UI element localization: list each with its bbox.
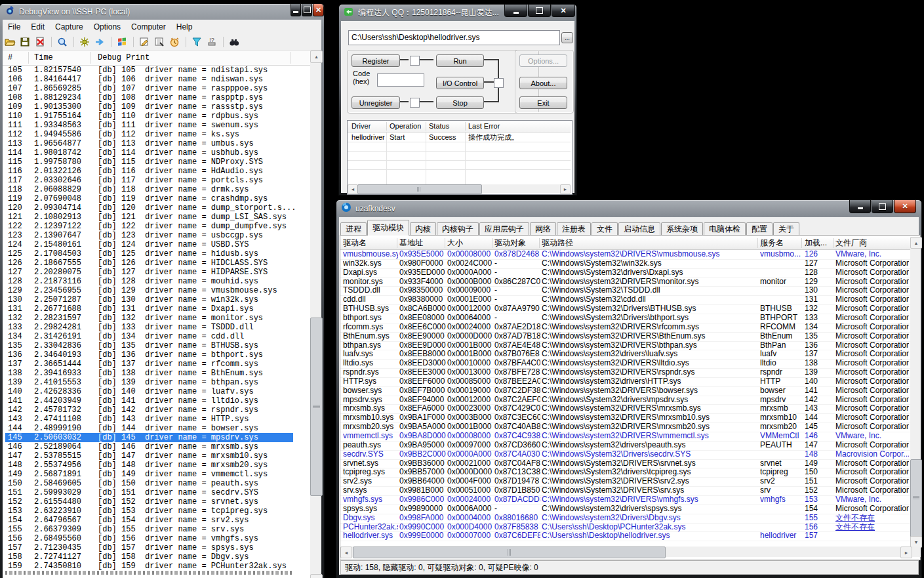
driver-row[interactable]: mrxsmb.sys0x8EFA60000x000230000x87C429C0… <box>340 404 910 413</box>
magnifier-icon[interactable] <box>57 37 68 47</box>
log-row[interactable]: 1452.50603032[db] 145 driver name = mpsd… <box>5 433 293 442</box>
driver-row[interactable]: BthEnum.sys0x8EE900000x0000D0000x87AD7B1… <box>340 332 910 341</box>
scroll-thumb[interactable] <box>910 459 922 537</box>
log-row[interactable]: 1121.94945586[db] 112 driver name = ks.s… <box>5 130 293 139</box>
tab-驱动模块[interactable]: 驱动模块 <box>367 220 409 236</box>
windows-messages-icon[interactable] <box>117 37 128 47</box>
log-row[interactable]: 1101.91755164[db] 110 driver name = rdpb… <box>5 112 293 121</box>
log-row[interactable]: 1192.07690048[db] 119 driver name = cras… <box>5 194 293 203</box>
close-button[interactable]: ✕ <box>894 200 916 213</box>
scroll-right-arrow[interactable]: ► <box>560 184 571 194</box>
driver-row[interactable]: srv2.sys0x9BB640000x0004F0000x87D19478C:… <box>340 477 910 486</box>
register-run-checkbox[interactable] <box>410 56 420 66</box>
driver-row[interactable]: srv.sys0x9981B0000x000510000x87D1B850C:\… <box>340 486 910 495</box>
debugview-log-list[interactable]: # Time Debug Print 1051.82157540[db] 105… <box>3 51 310 578</box>
scroll-up-arrow[interactable]: ▲ <box>310 51 323 63</box>
log-row[interactable]: 1382.39416933[db] 138 driver name = BthE… <box>5 369 293 378</box>
driver-row[interactable]: BTHUSB.sys0x8CA6B0000x000120000x87AA9790… <box>340 304 910 314</box>
log-row[interactable]: 1292.23456955[db] 129 driver name = vmus… <box>5 286 293 295</box>
driver-row[interactable]: hellodriver.sys0x999E00000x000070000x87C… <box>340 531 910 541</box>
log-column-headers[interactable]: # Time Debug Print <box>3 51 310 66</box>
driver-row[interactable]: mrxsmb10.sys0x9BA1F0000x0003B0000x87C3EC… <box>340 413 910 423</box>
col-operation[interactable]: Operation <box>390 121 421 132</box>
log-row[interactable]: 1432.47411108[db] 143 driver name = HTTP… <box>5 415 293 424</box>
log-row[interactable]: 1552.66379309[db] 155 driver name = srv.… <box>5 525 293 534</box>
col-4[interactable]: 驱动路径 <box>542 237 573 249</box>
minimize-button[interactable] <box>504 5 527 17</box>
tab-进程[interactable]: 进程 <box>340 222 367 236</box>
driver-row[interactable]: tcpipreg.sys0x9BB570000x0000D0000x87C13C… <box>340 468 910 477</box>
close-button[interactable]: ✕ <box>313 4 324 16</box>
log-row[interactable]: 1592.74350810[db] 159 driver name = PCHu… <box>5 562 293 571</box>
col-3[interactable]: 驱动对象 <box>494 237 526 249</box>
log-row[interactable]: 1111.93348563[db] 111 driver name = swen… <box>5 121 293 130</box>
stop-button[interactable]: Stop <box>436 96 484 109</box>
log-row[interactable]: 1262.18667555[db] 126 driver name = HIDC… <box>5 258 293 268</box>
menu-capture[interactable]: Capture <box>50 22 89 31</box>
options-button[interactable]: Options... <box>519 54 567 67</box>
clear-display-icon[interactable] <box>35 37 46 47</box>
log-row[interactable]: 1332.29824281[db] 133 driver name = TSDD… <box>5 323 293 332</box>
driver-row[interactable]: luafv.sys0x8EEB80000x0001B0000x87B076E8C… <box>340 350 910 359</box>
driver-row[interactable]: bthport.sys0x8EE080000x00064000-C:\Windo… <box>340 314 910 323</box>
log-row[interactable]: 1422.45781732[db] 142 driver name = rspn… <box>5 405 293 415</box>
log-row[interactable]: 1232.13907647[db] 123 driver name = usbc… <box>5 231 293 240</box>
comment-icon[interactable] <box>139 37 150 47</box>
driver-row[interactable]: rfcomm.sys0x8EE6C0000x000240000x87AE2D18… <box>340 323 910 332</box>
col-6[interactable]: 加载... <box>805 237 827 249</box>
log-row[interactable]: 1562.68495560[db] 156 driver name = vmhg… <box>5 534 293 543</box>
log-row[interactable]: 1402.42628336[db] 140 driver name = luaf… <box>5 387 293 396</box>
col-status[interactable]: Status <box>429 121 449 132</box>
col-5[interactable]: 服务名 <box>760 237 784 249</box>
minimize-button[interactable] <box>291 4 301 16</box>
log-row[interactable]: 1081.88129234[db] 108 driver name = rasp… <box>5 93 293 102</box>
log-row[interactable]: 1362.34640193[db] 136 driver name = bthp… <box>5 350 293 360</box>
loader-table-header[interactable]: Driver Operation Status Last Error <box>348 121 571 133</box>
log-row[interactable]: 1492.56871891[db] 149 driver name = vmme… <box>5 470 293 479</box>
clock-time-icon[interactable] <box>169 37 180 47</box>
log-row[interactable]: 1151.99758780[db] 115 driver name = NDPr… <box>5 157 293 167</box>
log-row[interactable]: 1312.26771688[db] 131 driver name = Dxap… <box>5 304 293 314</box>
maximize-button[interactable] <box>528 5 551 17</box>
driver-row[interactable]: srvnet.sys0x9BB360000x000210000x87C04AF8… <box>340 459 910 468</box>
log-row[interactable]: 1572.71230435[db] 157 driver name = spsy… <box>5 543 293 552</box>
col-driver[interactable]: Driver <box>352 121 371 132</box>
loader-result-row[interactable]: hellodriverStartSuccess操作成功完成。 <box>348 133 571 142</box>
debugview-titlebar[interactable]: DebugView on \\SSH-PC (local) <box>0 4 324 20</box>
driver-row[interactable]: monitor.sys0x933F40000x0000B0000x86C287C… <box>340 278 910 287</box>
exit-button[interactable]: Exit <box>519 96 567 109</box>
debugview-vscrollbar[interactable]: ▲ ▼ <box>310 51 321 578</box>
unregister-button[interactable]: Unregister <box>352 96 400 109</box>
log-row[interactable]: 1222.12397122[db] 122 driver name = dump… <box>5 222 293 231</box>
filter-icon[interactable] <box>191 37 203 47</box>
maximize-button[interactable] <box>302 4 312 16</box>
log-row[interactable]: 1061.84164417[db] 106 driver name = ndis… <box>5 75 293 84</box>
loader-hscrollbar[interactable]: ◄ ► <box>348 184 571 193</box>
log-row[interactable]: 1372.36651444[db] 137 driver name = rfco… <box>5 360 293 369</box>
scroll-down-arrow[interactable]: ▼ <box>310 574 323 578</box>
pchunter-titlebar[interactable]: uzafkndesv <box>336 200 921 217</box>
log-row[interactable]: 1172.03302646[db] 117 driver name = port… <box>5 176 293 185</box>
scroll-right-arrow[interactable]: ► <box>900 547 912 558</box>
tab-配置[interactable]: 配置 <box>746 222 773 236</box>
log-row[interactable]: 1212.10802913[db] 121 driver name = dump… <box>5 213 293 222</box>
log-row[interactable]: 1131.96564877[db] 113 driver name = umbu… <box>5 139 293 148</box>
scroll-thumb[interactable] <box>357 184 482 194</box>
tab-内核[interactable]: 内核 <box>410 222 436 236</box>
log-row[interactable]: 1282.21873116[db] 128 driver name = mouh… <box>5 277 293 286</box>
driver-row[interactable]: win32k.sys0x980F00000x0024C000-C:\Window… <box>340 259 910 268</box>
open-log-icon[interactable] <box>5 37 16 47</box>
log-row[interactable]: 1202.09304714[db] 120 driver name = dump… <box>5 203 293 213</box>
tab-文件[interactable]: 文件 <box>592 222 618 236</box>
unregister-stop-checkbox[interactable] <box>410 98 420 108</box>
driver-row[interactable]: secdrv.SYS0x9BB2C0000x0000A0000x87C4A030… <box>340 450 910 459</box>
find-icon[interactable] <box>229 37 240 47</box>
log-row[interactable]: 1252.17084503[db] 125 driver name = hidu… <box>5 249 293 258</box>
about-button[interactable]: About... <box>519 77 567 89</box>
col-debugprint[interactable]: Debug Print <box>98 53 150 62</box>
menu-edit[interactable]: Edit <box>26 22 50 31</box>
scroll-left-arrow[interactable]: ◄ <box>340 547 352 558</box>
menu-computer[interactable]: Computer <box>126 22 171 31</box>
menu-help[interactable]: Help <box>171 22 198 31</box>
browse-button[interactable]: ... <box>561 32 573 43</box>
